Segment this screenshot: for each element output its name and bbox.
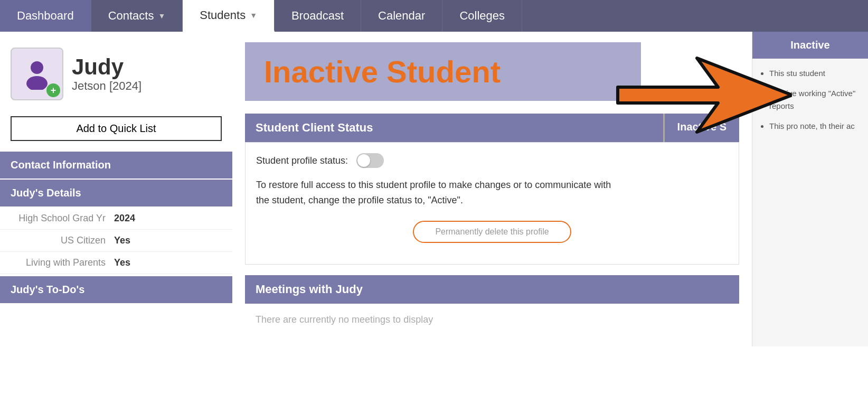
delete-profile-container: Permanently delete this profile <box>256 221 728 243</box>
right-panel-header-label: Inactive <box>790 39 829 51</box>
detail-label-living: Living with Parents <box>11 257 106 268</box>
inactive-student-banner: Inactive Student <box>245 42 641 101</box>
student-header: + Judy Jetson [2024] <box>0 42 232 111</box>
nav-dashboard-label: Dashboard <box>17 9 74 23</box>
avatar: + <box>11 48 63 100</box>
status-body: Student profile status: To restore full … <box>245 142 739 265</box>
detail-label-grad-yr: High School Grad Yr <box>11 213 106 224</box>
detail-value-living: Yes <box>114 257 130 268</box>
judys-details-label: Judy's Details <box>11 187 81 199</box>
right-panel-item-2: This pro note, th their ac <box>769 121 855 130</box>
student-first-name: Judy <box>72 55 141 79</box>
nav-colleges[interactable]: Colleges <box>442 0 522 32</box>
inactive-banner-text: Inactive Student <box>264 54 501 89</box>
main-content: Inactive Student Student Client Status I… <box>232 32 752 346</box>
delete-profile-button[interactable]: Permanently delete this profile <box>413 221 571 243</box>
svg-point-1 <box>26 76 48 90</box>
nav-calendar[interactable]: Calendar <box>361 0 442 32</box>
profile-status-label: Student profile status: <box>256 155 348 166</box>
nav-calendar-label: Calendar <box>378 9 425 23</box>
toggle-knob <box>357 154 370 167</box>
navigation-bar: Dashboard Contacts ▼ Students ▼ Broadcas… <box>0 0 868 32</box>
inactive-status-badge: Inactive S <box>663 114 739 142</box>
detail-row-citizen: US Citizen Yes <box>0 230 232 252</box>
main-container: + Judy Jetson [2024] Add to Quick List C… <box>0 32 868 346</box>
detail-row-living: Living with Parents Yes <box>0 252 232 274</box>
detail-label-citizen: US Citizen <box>11 235 106 246</box>
svg-point-0 <box>31 61 43 74</box>
judys-todos-section: Judy's To-Do's <box>0 276 232 303</box>
detail-row-grad-yr: High School Grad Yr 2024 <box>0 208 232 230</box>
judys-details-section: Judy's Details <box>0 180 232 207</box>
right-panel: Inactive This stu student Inactive worki… <box>752 32 868 346</box>
nav-students-label: Students <box>200 8 246 22</box>
nav-students[interactable]: Students ▼ <box>183 0 275 32</box>
list-item: Inactive working "Active" reports <box>769 87 861 112</box>
right-panel-item-0: This stu student <box>769 69 825 78</box>
meetings-title: Meetings with Judy <box>256 283 363 296</box>
meetings-section: Meetings with Judy There are currently n… <box>245 275 739 336</box>
contact-information-label: Contact Information <box>11 159 111 171</box>
meetings-body: There are currently no meetings to displ… <box>245 304 739 336</box>
student-name-block: Judy Jetson [2024] <box>72 55 141 93</box>
status-section-title: Student Client Status <box>256 121 373 134</box>
profile-status-toggle[interactable] <box>356 153 384 168</box>
nav-colleges-label: Colleges <box>459 9 505 23</box>
nav-broadcast[interactable]: Broadcast <box>275 0 361 32</box>
student-last-name-year: Jetson [2024] <box>72 79 141 93</box>
chevron-down-icon: ▼ <box>250 11 257 20</box>
right-panel-header: Inactive <box>752 32 868 59</box>
right-panel-body: This stu student Inactive working "Activ… <box>752 59 868 148</box>
meetings-header: Meetings with Judy <box>245 275 739 304</box>
list-item: This stu student <box>769 67 861 80</box>
add-to-quick-list-button[interactable]: Add to Quick List <box>11 116 222 141</box>
nav-contacts[interactable]: Contacts ▼ <box>91 0 183 32</box>
inactive-badge-text: Inactive S <box>677 121 727 133</box>
right-panel-item-1: Inactive working "Active" reports <box>769 89 855 110</box>
sidebar: + Judy Jetson [2024] Add to Quick List C… <box>0 32 232 346</box>
nav-contacts-label: Contacts <box>108 9 154 23</box>
detail-value-citizen: Yes <box>114 235 130 246</box>
list-item: This pro note, th their ac <box>769 120 861 133</box>
detail-value-grad-yr: 2024 <box>114 213 135 224</box>
status-section: Student Client Status Inactive S Student… <box>245 114 739 265</box>
right-panel-list: This stu student Inactive working "Activ… <box>760 67 861 133</box>
restore-text: To restore full access to this student p… <box>256 177 615 208</box>
contact-information-section: Contact Information <box>0 152 232 179</box>
chevron-down-icon: ▼ <box>158 12 165 20</box>
add-student-icon[interactable]: + <box>46 83 60 97</box>
nav-dashboard[interactable]: Dashboard <box>0 0 91 32</box>
meetings-empty-text: There are currently no meetings to displ… <box>256 314 433 325</box>
judys-todos-label: Judy's To-Do's <box>11 284 84 295</box>
nav-broadcast-label: Broadcast <box>291 9 344 23</box>
profile-status-row: Student profile status: <box>256 153 728 168</box>
